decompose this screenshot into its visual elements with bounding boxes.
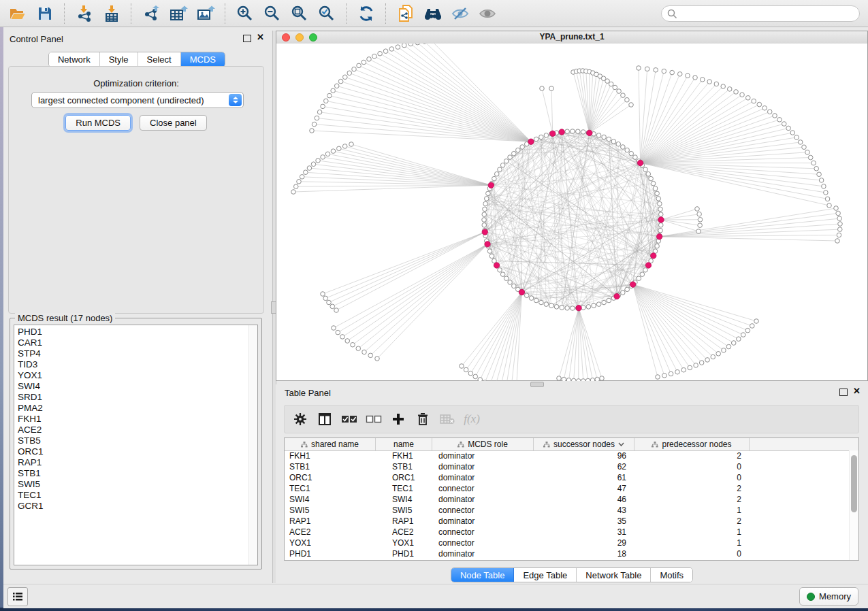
table-cell[interactable]: PHD1 — [285, 549, 376, 560]
table-cell[interactable]: SWI5 — [285, 506, 376, 516]
close-window-icon[interactable] — [282, 33, 290, 42]
tab-edge-table[interactable]: Edge Table — [514, 568, 577, 582]
new-network-from-selection-icon[interactable] — [396, 3, 416, 24]
table-cell[interactable]: TEC1 — [376, 484, 432, 495]
table-cell[interactable]: dominator — [432, 462, 534, 473]
table-cell[interactable]: YOX1 — [376, 538, 432, 549]
close-panel-icon[interactable]: ✕ — [257, 33, 264, 42]
table-cell[interactable]: 46 — [534, 495, 634, 506]
table-row[interactable]: TEC1TEC1connector472 — [285, 484, 858, 495]
table-cell[interactable]: 2 — [634, 516, 750, 527]
table-cell[interactable]: dominator — [432, 495, 534, 506]
zoom-fit-icon[interactable] — [289, 3, 310, 24]
optimization-criterion-select[interactable]: largest connected component (undirected) — [31, 92, 244, 108]
mcds-result-item[interactable]: PHD1 — [18, 327, 257, 337]
mcds-result-item[interactable]: TID3 — [18, 359, 257, 370]
apply-layout-icon[interactable] — [356, 3, 376, 24]
table-cell[interactable]: 96 — [534, 451, 634, 462]
mcds-result-item[interactable]: PMA2 — [18, 403, 257, 414]
table-cell[interactable]: connector — [432, 527, 534, 538]
show-all-icon[interactable] — [477, 3, 498, 24]
table-cell[interactable]: 0 — [634, 462, 750, 473]
memory-button[interactable]: Memory — [799, 587, 858, 606]
zoom-in-icon[interactable] — [235, 3, 255, 24]
table-cell[interactable]: STB1 — [376, 462, 432, 473]
mcds-result-item[interactable]: GCR1 — [18, 501, 257, 512]
mcds-result-list[interactable]: PHD1CAR1STP4TID3YOX1SWI4SRD1PMA2FKH1ACE2… — [14, 325, 258, 565]
mcds-list-scrollbar[interactable] — [248, 325, 257, 565]
column-header-shared-name[interactable]: shared name — [285, 438, 376, 450]
table-cell[interactable]: 35 — [534, 516, 634, 527]
table-scrollbar[interactable] — [849, 450, 858, 560]
table-cell[interactable]: 61 — [534, 473, 634, 484]
delete-column-icon[interactable] — [413, 409, 433, 429]
export-table-icon[interactable] — [168, 3, 189, 24]
table-cell[interactable]: dominator — [432, 473, 534, 484]
table-cell[interactable]: 1 — [634, 538, 750, 549]
mcds-result-item[interactable]: STP4 — [18, 348, 257, 359]
table-cell[interactable]: FKH1 — [376, 451, 432, 462]
import-network-icon[interactable] — [74, 3, 95, 24]
tab-motifs[interactable]: Motifs — [651, 568, 692, 582]
tab-network[interactable]: Network — [49, 52, 100, 67]
mcds-result-item[interactable]: FKH1 — [18, 414, 257, 425]
table-cell[interactable]: STB1 — [285, 462, 376, 473]
mcds-result-item[interactable]: ACE2 — [18, 425, 257, 435]
table-cell[interactable]: 2 — [634, 495, 750, 506]
mcds-result-item[interactable]: STB1 — [18, 468, 257, 479]
table-cell[interactable]: 1 — [634, 527, 750, 538]
table-cell[interactable]: TEC1 — [285, 484, 376, 495]
table-row[interactable]: YOX1YOX1connector291 — [285, 538, 858, 549]
table-cell[interactable]: RAP1 — [376, 516, 432, 527]
table-cell[interactable]: SWI5 — [376, 506, 432, 516]
table-cell[interactable]: 0 — [634, 473, 750, 484]
table-row[interactable]: SWI4SWI4dominator462 — [285, 495, 858, 506]
search-input[interactable] — [681, 7, 859, 20]
column-header-name[interactable]: name — [376, 438, 432, 450]
table-cell[interactable]: 62 — [534, 462, 634, 473]
table-cell[interactable]: connector — [432, 506, 534, 516]
maximize-window-icon[interactable] — [309, 33, 317, 42]
table-cell[interactable]: connector — [432, 484, 534, 495]
deselect-all-icon[interactable] — [364, 409, 384, 429]
mcds-result-item[interactable]: CAR1 — [18, 337, 257, 348]
mcds-result-item[interactable]: TEC1 — [18, 490, 257, 501]
node-table[interactable]: shared namenameMCDS rolesuccessor nodesp… — [284, 437, 859, 561]
column-header-predecessor-nodes[interactable]: predecessor nodes — [634, 438, 750, 450]
zoom-selected-icon[interactable] — [317, 3, 337, 24]
first-neighbors-icon[interactable] — [423, 3, 443, 24]
open-session-icon[interactable] — [7, 3, 28, 24]
table-cell[interactable]: RAP1 — [285, 516, 376, 527]
settings-gear-icon[interactable] — [290, 409, 310, 429]
table-row[interactable]: ACE2ACE2connector311 — [285, 527, 858, 538]
float-panel-icon[interactable] — [839, 389, 848, 396]
mcds-result-item[interactable]: YOX1 — [18, 370, 257, 381]
mcds-result-item[interactable]: SRD1 — [18, 392, 257, 403]
table-cell[interactable]: 18 — [534, 549, 634, 560]
task-history-button[interactable] — [7, 587, 28, 606]
table-scrollbar-thumb[interactable] — [851, 455, 857, 512]
table-cell[interactable]: 43 — [534, 506, 634, 516]
table-cell[interactable]: ACE2 — [376, 527, 432, 538]
network-canvas[interactable] — [276, 44, 867, 380]
network-window-titlebar[interactable]: YPA_prune.txt_1 — [276, 31, 867, 44]
table-cell[interactable]: 29 — [534, 538, 634, 549]
hide-selected-icon[interactable] — [450, 3, 470, 24]
table-cell[interactable]: YOX1 — [285, 538, 376, 549]
minimize-window-icon[interactable] — [295, 33, 304, 42]
table-row[interactable]: FKH1FKH1dominator962 — [285, 451, 858, 462]
zoom-out-icon[interactable] — [262, 3, 283, 24]
tab-mcds[interactable]: MCDS — [181, 52, 225, 67]
export-image-icon[interactable] — [195, 3, 216, 24]
mcds-result-item[interactable]: RAP1 — [18, 457, 257, 468]
mcds-result-item[interactable]: SWI4 — [18, 381, 257, 392]
table-cell[interactable]: dominator — [432, 516, 534, 527]
table-cell[interactable]: 47 — [534, 484, 634, 495]
float-panel-icon[interactable] — [243, 35, 251, 42]
column-header-successor-nodes[interactable]: successor nodes — [534, 438, 634, 450]
select-all-icon[interactable] — [339, 409, 359, 429]
table-cell[interactable]: ACE2 — [285, 527, 376, 538]
tab-style[interactable]: Style — [100, 52, 138, 67]
table-cell[interactable]: 1 — [634, 506, 750, 516]
table-cell[interactable]: dominator — [432, 451, 534, 462]
